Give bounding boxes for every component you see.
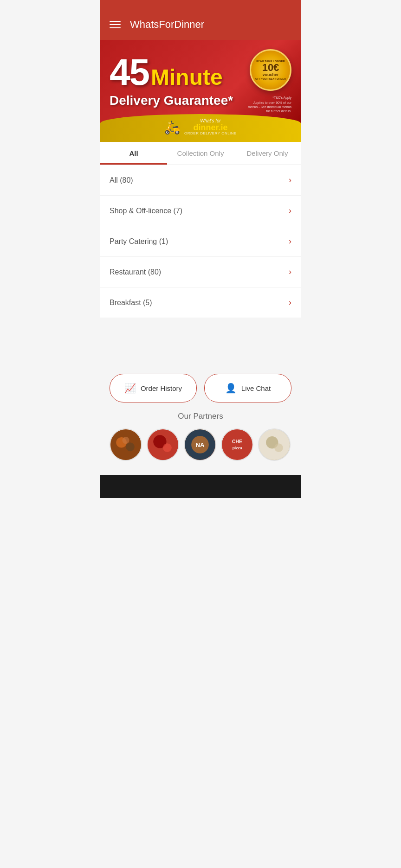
- tab-delivery-only[interactable]: Delivery Only: [234, 142, 301, 165]
- category-item-all[interactable]: All (80) ›: [100, 165, 301, 196]
- order-history-label: Order History: [141, 384, 182, 392]
- category-label-breakfast: Breakfast (5): [110, 299, 152, 307]
- partner-logo-inner-1: [110, 429, 141, 460]
- partner-logo-3[interactable]: NA: [184, 428, 216, 461]
- voucher-label: voucher: [254, 73, 287, 77]
- header: WhatsForDinner: [100, 0, 301, 40]
- partners-title: Our Partners: [110, 412, 291, 421]
- partner-logo-4[interactable]: CHE pizza: [221, 428, 253, 461]
- chevron-right-icon: ›: [289, 236, 291, 246]
- voucher-subtext: OFF YOUR NEXT ORDER: [254, 77, 287, 80]
- banner-tc: *T&C's Apply Applies to over 90% of our …: [245, 96, 291, 113]
- chart-icon: 📈: [124, 383, 136, 394]
- category-item-breakfast[interactable]: Breakfast (5) ›: [100, 287, 301, 318]
- svg-text:CHE: CHE: [232, 439, 242, 444]
- menu-button[interactable]: [110, 21, 121, 28]
- live-chat-button[interactable]: 👤 Live Chat: [204, 374, 291, 402]
- partner-logo-2[interactable]: [147, 428, 179, 461]
- banner-number: 45: [110, 54, 149, 91]
- partners-section: Our Partners: [100, 412, 301, 475]
- svg-point-3: [122, 437, 129, 444]
- voucher-amount: 10€: [254, 63, 287, 73]
- chevron-right-icon: ›: [289, 298, 291, 307]
- partner-logo-1[interactable]: [110, 428, 142, 461]
- order-history-button[interactable]: 📈 Order History: [110, 374, 197, 402]
- partner-logo-inner-2: [148, 429, 178, 460]
- dinner-brand-name: dinner.ie: [184, 123, 237, 132]
- action-buttons-row: 📈 Order History 👤 Live Chat: [100, 364, 301, 412]
- dinner-logo-text: What's for dinner.ie ORDER DELIVERY ONLI…: [184, 119, 237, 135]
- svg-point-15: [274, 443, 283, 452]
- app-title: WhatsForDinner: [130, 19, 204, 31]
- category-item-restaurant[interactable]: Restaurant (80) ›: [100, 257, 301, 287]
- svg-point-10: [222, 429, 252, 460]
- category-label-shop: Shop & Off-licence (7): [110, 207, 182, 215]
- chevron-right-icon: ›: [289, 175, 291, 185]
- voucher-badge: IF WE TAKE LONGER 10€ voucher OFF YOUR N…: [250, 49, 291, 91]
- category-label-all: All (80): [110, 176, 133, 185]
- category-item-shop[interactable]: Shop & Off-licence (7) ›: [100, 196, 301, 226]
- partner-logo-inner-5: [259, 429, 290, 460]
- category-label-party: Party Catering (1): [110, 237, 168, 246]
- svg-point-2: [126, 442, 135, 451]
- partners-row: NA CHE pizza: [110, 428, 291, 466]
- bottom-nav-bar: [100, 475, 301, 498]
- svg-text:pizza: pizza: [233, 446, 242, 450]
- svg-point-6: [163, 443, 172, 452]
- category-item-party[interactable]: Party Catering (1) ›: [100, 226, 301, 257]
- svg-text:NA: NA: [195, 441, 205, 448]
- tab-all[interactable]: All: [100, 142, 167, 165]
- banner-logo: 🛵 What's for dinner.ie ORDER DELIVERY ON…: [164, 119, 237, 135]
- scooter-icon: 🛵: [164, 120, 181, 135]
- chevron-right-icon: ›: [289, 267, 291, 277]
- chevron-right-icon: ›: [289, 206, 291, 216]
- partner-logo-inner-4: CHE pizza: [222, 429, 252, 460]
- filter-tabs: All Collection Only Delivery Only: [100, 142, 301, 165]
- partner-logo-5[interactable]: [258, 428, 291, 461]
- banner-minute: Minute: [151, 66, 223, 89]
- promo-banner: 45 Minute Delivery Guarantee* IF WE TAKE…: [100, 40, 301, 142]
- person-icon: 👤: [225, 383, 237, 394]
- content-spacer: [100, 318, 301, 364]
- live-chat-label: Live Chat: [241, 384, 271, 392]
- category-label-restaurant: Restaurant (80): [110, 268, 161, 276]
- category-list: All (80) › Shop & Off-licence (7) › Part…: [100, 165, 301, 318]
- partner-logo-inner-3: NA: [185, 429, 215, 460]
- tab-collection-only[interactable]: Collection Only: [167, 142, 234, 165]
